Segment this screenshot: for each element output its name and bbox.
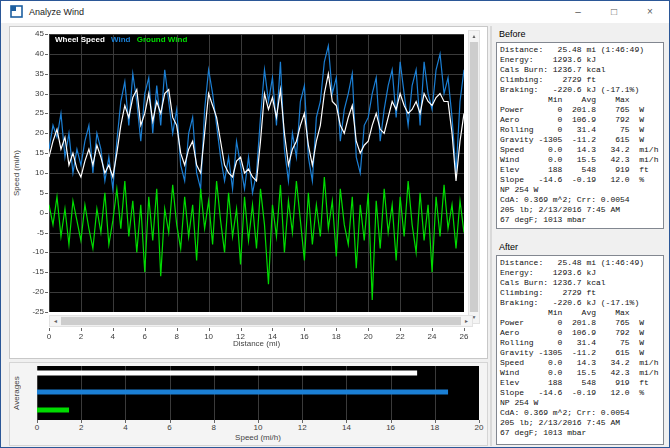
x-tick-mark xyxy=(241,328,242,331)
x-tick-mark xyxy=(209,328,210,331)
averages-y-axis-label: Averages xyxy=(12,369,21,417)
y-tick-label: 10 xyxy=(10,168,44,177)
x-tick-label: 16 xyxy=(383,423,399,432)
y-tick-mark xyxy=(45,252,48,253)
title-bar[interactable]: Analyze Wind – □ × xyxy=(1,1,669,23)
y-tick-mark xyxy=(45,34,48,35)
y-tick-mark xyxy=(45,153,48,154)
x-tick-mark xyxy=(464,328,465,331)
y-tick-label: 45 xyxy=(10,29,44,38)
stats-panel: Before Distance: 25.48 mi (1:46:49) Ener… xyxy=(493,26,669,447)
y-tick-mark xyxy=(45,133,48,134)
x-tick-mark xyxy=(113,328,114,331)
y-tick-mark xyxy=(45,54,48,55)
close-button[interactable]: × xyxy=(632,1,668,23)
main-plot-area: Wheel Speed Wind Ground Wind xyxy=(49,34,464,312)
scroll-left-icon[interactable]: ◄ xyxy=(50,316,61,326)
y-tick-label: 0 xyxy=(10,208,44,217)
legend-ground-wind: Ground Wind xyxy=(137,35,188,44)
y-tick-mark xyxy=(45,113,48,114)
y-tick-mark xyxy=(45,312,48,313)
averages-chart-panel: Averages 02468101214161820 Speed (mi/h) xyxy=(9,362,488,446)
x-tick-mark xyxy=(432,328,433,331)
averages-plot-area xyxy=(37,366,479,420)
before-stats-box[interactable]: Distance: 25.48 mi (1:46:49) Energy: 129… xyxy=(496,42,664,229)
before-group-label: Before xyxy=(499,29,526,39)
x-tick-label: 12 xyxy=(294,423,310,432)
y-tick-label: -25 xyxy=(10,307,44,316)
main-chart-panel: Speed (mi/h) Wheel Speed Wind Ground Win… xyxy=(9,26,488,359)
scroll-right-icon[interactable]: ► xyxy=(461,316,472,326)
y-tick-label: 30 xyxy=(10,89,44,98)
y-tick-mark xyxy=(45,292,48,293)
before-stats-text: Distance: 25.48 mi (1:46:49) Energy: 129… xyxy=(500,45,660,225)
app-icon[interactable] xyxy=(10,5,23,18)
scroll-up-icon[interactable]: ▲ xyxy=(469,31,479,42)
y-tick-label: 20 xyxy=(10,128,44,137)
after-stats-text: Distance: 25.48 mi (1:46:49) Energy: 129… xyxy=(500,258,660,438)
x-tick-mark xyxy=(81,328,82,331)
y-tick-mark xyxy=(45,213,48,214)
y-tick-mark xyxy=(45,173,48,174)
chart-legend: Wheel Speed Wind Ground Wind xyxy=(55,35,191,44)
x-tick-mark xyxy=(304,328,305,331)
x-tick-label: 4 xyxy=(117,423,133,432)
averages-plot-canvas[interactable] xyxy=(37,366,479,420)
x-tick-mark xyxy=(145,328,146,331)
x-tick-label: 10 xyxy=(250,423,266,432)
y-tick-mark xyxy=(45,272,48,273)
x-tick-label: 14 xyxy=(338,423,354,432)
y-tick-label: -20 xyxy=(10,287,44,296)
y-tick-label: 25 xyxy=(10,108,44,117)
y-tick-label: -5 xyxy=(10,228,44,237)
x-tick-mark xyxy=(49,328,50,331)
x-tick-mark xyxy=(336,328,337,331)
x-tick-mark xyxy=(368,328,369,331)
y-tick-mark xyxy=(45,94,48,95)
x-tick-mark xyxy=(272,328,273,331)
x-tick-label: 8 xyxy=(206,423,222,432)
window-title: Analyze Wind xyxy=(29,1,84,23)
y-tick-mark xyxy=(45,74,48,75)
vertical-scrollbar-thumb[interactable] xyxy=(470,42,478,312)
y-tick-mark xyxy=(45,193,48,194)
legend-wind: Wind xyxy=(111,35,130,44)
main-plot-canvas[interactable] xyxy=(49,34,464,312)
x-tick-label: 2 xyxy=(73,423,89,432)
horizontal-scrollbar[interactable]: ◄ ► xyxy=(49,315,473,327)
x-tick-label: 6 xyxy=(162,423,178,432)
x-tick-mark xyxy=(177,328,178,331)
app-window: Analyze Wind – □ × Speed (mi/h) Wheel Sp… xyxy=(0,0,670,448)
y-tick-label: -10 xyxy=(10,247,44,256)
minimize-button[interactable]: – xyxy=(560,1,596,23)
y-tick-label: -15 xyxy=(10,267,44,276)
x-tick-label: 20 xyxy=(471,423,487,432)
y-tick-label: 35 xyxy=(10,69,44,78)
after-stats-box[interactable]: Distance: 25.48 mi (1:46:49) Energy: 129… xyxy=(496,255,664,445)
horizontal-scrollbar-thumb[interactable] xyxy=(61,317,461,325)
x-tick-label: 0 xyxy=(29,423,45,432)
y-tick-label: 40 xyxy=(10,49,44,58)
x-tick-mark xyxy=(400,328,401,331)
maximize-button[interactable]: □ xyxy=(596,1,632,23)
panel-splitter[interactable] xyxy=(490,26,492,446)
legend-wheel-speed: Wheel Speed xyxy=(55,35,105,44)
x-tick-label: 18 xyxy=(427,423,443,432)
after-group-label: After xyxy=(499,242,518,252)
vertical-scrollbar[interactable]: ▲ ▼ xyxy=(468,30,480,324)
main-chart-x-axis-label: Distance (mi) xyxy=(49,339,464,348)
y-tick-label: 5 xyxy=(10,188,44,197)
averages-x-axis-label: Speed (mi/h) xyxy=(37,433,479,442)
y-tick-label: 15 xyxy=(10,148,44,157)
y-tick-mark xyxy=(45,233,48,234)
